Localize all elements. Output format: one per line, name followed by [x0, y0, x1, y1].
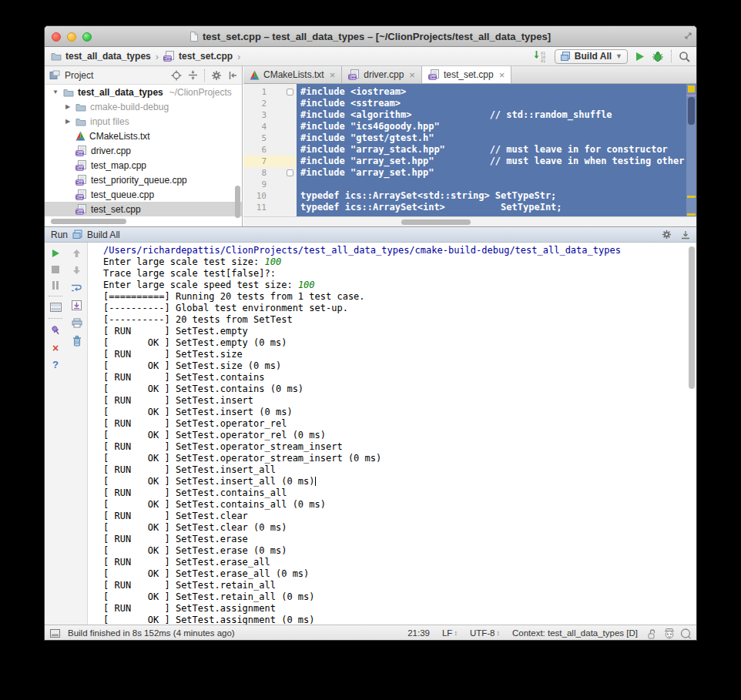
- restore-layout-button[interactable]: [50, 303, 62, 312]
- help-button[interactable]: ?: [52, 360, 59, 370]
- line-separator-select[interactable]: LF↕: [442, 628, 458, 638]
- folder-icon: [63, 88, 74, 97]
- breadcrumb-project[interactable]: test_all_data_types: [51, 51, 151, 62]
- soft-wrap-button[interactable]: [71, 283, 82, 293]
- minimize-window-button[interactable]: [67, 32, 76, 42]
- tree-item-test-all-data-types[interactable]: ▼test_all_data_types~/ClionProjects: [45, 85, 242, 99]
- project-vertical-scrollbar[interactable]: [235, 186, 240, 218]
- down-stacktrace-button[interactable]: [72, 266, 81, 275]
- close-tab-icon[interactable]: ×: [409, 69, 415, 81]
- rerun-button[interactable]: [51, 249, 60, 258]
- console-output[interactable]: /Users/richardepattis/ClionProjects/test…: [88, 243, 696, 625]
- code-line-10[interactable]: 10typedef ics::ArraySet<std::string> Set…: [243, 190, 696, 202]
- tree-item-test-queue-cpp[interactable]: C++test_queue.cpp: [45, 187, 242, 202]
- code-line-11[interactable]: 11typedef ics::ArraySet<int> SetTypeInt;: [243, 202, 696, 213]
- editor-horizontal-scrollbar[interactable]: [401, 219, 471, 225]
- close-window-button[interactable]: [52, 32, 61, 42]
- gutter-cell: 10: [243, 190, 297, 202]
- console-vertical-scrollbar[interactable]: [689, 246, 695, 389]
- tab-label: test_set.cpp: [444, 69, 494, 80]
- breadcrumb-file[interactable]: C++ test_set.cpp: [163, 51, 233, 62]
- scroll-to-end-button[interactable]: [72, 300, 82, 310]
- tree-item-driver-cpp[interactable]: C++driver.cpp: [45, 143, 242, 158]
- svg-text:C++: C++: [349, 75, 357, 79]
- tree-item-test-map-cpp[interactable]: C++test_map.cpp: [45, 158, 242, 172]
- run-panel-title[interactable]: Run: [51, 229, 68, 240]
- code-text: #include "ics46goody.hpp": [297, 121, 696, 132]
- search-everywhere-button[interactable]: [679, 51, 690, 62]
- breadcrumb-separator: ›: [156, 51, 159, 62]
- inspection-status-indicator[interactable]: [688, 85, 695, 92]
- lock-icon[interactable]: [648, 628, 656, 639]
- notification-balloon-icon[interactable]: [680, 628, 692, 639]
- warning-stripe-mark[interactable]: [687, 196, 696, 198]
- project-horizontal-scrollbar[interactable]: [51, 219, 126, 224]
- code-text: typedef ics::ArraySet<int> SetTypeInt;: [297, 202, 696, 213]
- chevron-right-icon[interactable]: ▶: [63, 103, 72, 110]
- collapse-all-button[interactable]: [188, 70, 198, 80]
- toolwindow-toggle-icon[interactable]: [50, 629, 60, 638]
- close-tab-icon[interactable]: ×: [330, 69, 336, 81]
- tree-item-input-files[interactable]: ▶input files: [45, 114, 242, 129]
- tab-test-set-cpp[interactable]: C++test_set.cpp×: [422, 66, 511, 83]
- debug-button[interactable]: [652, 51, 664, 62]
- run-button[interactable]: [635, 52, 645, 62]
- hide-panel-button[interactable]: [228, 71, 237, 80]
- console-line: [----------] Global test environment set…: [103, 303, 696, 314]
- pause-output-button[interactable]: [52, 281, 59, 290]
- fold-marker-icon[interactable]: [287, 169, 293, 176]
- close-tab-icon[interactable]: ×: [499, 69, 505, 81]
- up-stacktrace-button[interactable]: [72, 249, 81, 258]
- code-line-4[interactable]: 4#include "ics46goody.hpp": [243, 121, 696, 132]
- code-line-8[interactable]: 8#include "array_set.hpp": [243, 167, 696, 179]
- console-line: [----------] 20 tests from SetTest: [103, 314, 696, 326]
- run-panel-header: Run Build All: [45, 227, 696, 243]
- chevron-right-icon[interactable]: ▶: [63, 118, 72, 125]
- code-line-7[interactable]: 7#include "array_set.hpp" // must leave …: [243, 156, 696, 167]
- close-panel-button[interactable]: ×: [52, 343, 59, 353]
- tree-item-test-priority-queue-cpp[interactable]: C++test_priority_queue.cpp: [45, 172, 242, 187]
- code-line-6[interactable]: 6#include "array_stack.hpp" // must leav…: [243, 144, 696, 156]
- tree-item-test-set-cpp[interactable]: C++test_set.cpp: [45, 202, 242, 216]
- hide-panel-down-button[interactable]: [681, 230, 690, 239]
- breadcrumb-separator: ›: [237, 51, 240, 62]
- line-number: 3: [243, 109, 267, 121]
- cpp-file-icon: C++: [75, 204, 87, 215]
- locate-file-button[interactable]: [171, 70, 182, 81]
- run-configuration-select[interactable]: Build All ▼: [555, 49, 628, 64]
- fold-marker-icon[interactable]: [287, 89, 293, 95]
- print-button[interactable]: [72, 318, 82, 328]
- console-line: [ OK ] SetTest.size (0 ms): [103, 360, 696, 372]
- editor-vertical-scrollbar[interactable]: [688, 97, 695, 125]
- console-line: /Users/richardepattis/ClionProjects/test…: [103, 245, 696, 256]
- tree-item-cmakelists-txt[interactable]: CMakeLists.txt: [45, 129, 242, 143]
- run-tab-label[interactable]: Build All: [87, 229, 120, 240]
- cpp-file-icon: C++: [348, 69, 360, 80]
- tree-item-cmake-build-debug[interactable]: ▶cmake-build-debug: [45, 99, 242, 114]
- console-line: Enter large scale speed test size: 100: [103, 280, 696, 291]
- code-line-5[interactable]: 5#include "gtest/gtest.h": [243, 132, 696, 144]
- project-panel-header: Project: [45, 66, 242, 85]
- stop-button[interactable]: [52, 266, 59, 273]
- compile-binary-icon[interactable]: 011001: [534, 50, 548, 62]
- status-message[interactable]: Build finished in 8s 152ms (4 minutes ag…: [68, 628, 235, 638]
- code-line-1[interactable]: 1#include <iostream>: [243, 86, 696, 98]
- tab-cmakelists-txt[interactable]: CMakeLists.txt×: [243, 66, 342, 83]
- pin-tab-button[interactable]: [49, 323, 63, 338]
- console-path-link[interactable]: /Users/richardepattis/ClionProjects/test…: [103, 245, 621, 256]
- run-settings-button[interactable]: [662, 229, 672, 239]
- encoding-select[interactable]: UTF-8↕: [470, 628, 500, 638]
- project-settings-button[interactable]: [211, 70, 222, 81]
- tab-driver-cpp[interactable]: C++driver.cpp×: [342, 66, 422, 83]
- hector-inspector-icon[interactable]: [664, 628, 675, 639]
- tree-item-label: test_map.cpp: [91, 160, 146, 171]
- code-line-2[interactable]: 2#include <sstream>: [243, 98, 696, 109]
- zoom-window-button[interactable]: [82, 32, 92, 42]
- editor-body[interactable]: 1#include <iostream>2#include <sstream>3…: [243, 84, 696, 216]
- code-line-3[interactable]: 3#include <algorithm> // std::random_shu…: [243, 109, 696, 121]
- console-user-input: 100: [298, 280, 315, 290]
- clear-all-button[interactable]: [72, 336, 82, 347]
- code-line-9[interactable]: 9: [243, 179, 696, 190]
- warning-stripe-mark[interactable]: [687, 213, 696, 216]
- chevron-down-icon[interactable]: ▼: [51, 89, 60, 95]
